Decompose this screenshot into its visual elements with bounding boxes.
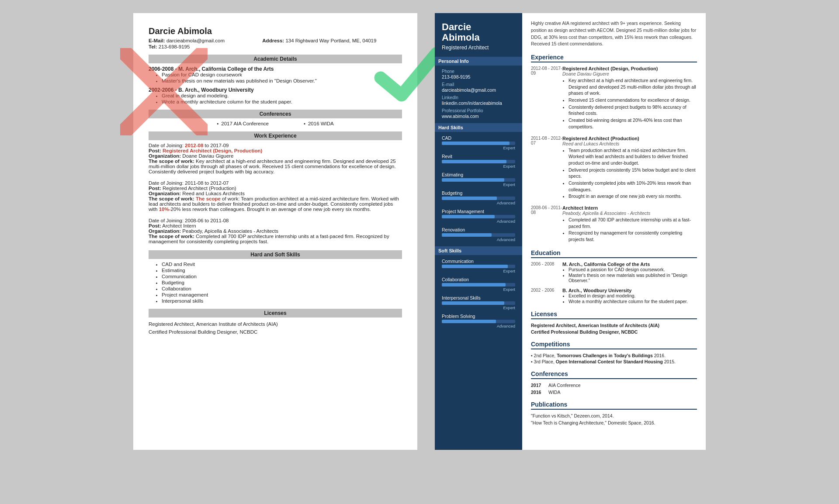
email-block: E-mail darcieabimola@gmail.com (442, 82, 515, 93)
skill-name: Problem Solving (442, 314, 515, 319)
sidebar-email-label: E-mail (442, 82, 515, 87)
skill-fill (442, 301, 504, 305)
skill-bar: Estimating Expert (442, 172, 515, 187)
skill-level: Advanced (442, 219, 515, 224)
work-header: Work Experience (149, 131, 402, 140)
skill-bar: Collaboration Expert (442, 277, 515, 292)
left-address: 134 Rightward Way Portland, ME, 04019 (285, 38, 376, 43)
conferences-title: Conferences (531, 370, 697, 379)
work-entry-1: Date of Joining: 2012-08 to 2017-09 Post… (149, 143, 402, 174)
skill-fill (442, 265, 508, 268)
skill-fill (442, 283, 506, 287)
main-content: Highly creative AIA registered architect… (522, 13, 706, 450)
list-item: Project management (162, 292, 402, 297)
conf-1: • 2017 AIA Conference (217, 121, 269, 126)
work-2-org: Organization: Reed and Lukacs Architects (149, 191, 402, 196)
edu-degree: B. Arch., Woodbury University (562, 288, 688, 293)
work-1-scope: The scope of work: Key architect at a hi… (149, 159, 402, 174)
soft-skills-title: Soft Skills (435, 246, 522, 255)
skill-level: Expert (442, 269, 515, 273)
edu-bullets: Excelled in design and modeling.Wrote a … (562, 293, 688, 304)
skill-fill (442, 178, 504, 182)
skill-name: Estimating (442, 172, 515, 177)
list-item: Master's thesis on new materials was pub… (162, 78, 402, 83)
edu-bullets: Pursued a passion for CAD design coursew… (562, 267, 697, 283)
publications-list: "Function vs Kitsch," Dezeen.com, 2014."… (531, 413, 697, 425)
skill-fill (442, 142, 510, 145)
edu-date: 2006 - 2008 (531, 262, 562, 283)
list-item: Recognized by management for consistentl… (569, 230, 697, 242)
skill-track (442, 178, 515, 182)
conferences-list: 2017AIA Conference2016WIDA (531, 383, 697, 395)
edu-body: M. Arch., California College of the Arts… (562, 262, 697, 283)
skill-level: Expert (442, 287, 515, 292)
skill-fill (442, 160, 506, 163)
list-item: Communication (162, 274, 402, 279)
comp-entry: • 3rd Place, Open International Contest … (531, 359, 697, 364)
conf-2: • 2016 WIDA (304, 121, 334, 126)
exp-date: 2008-06 - 2011-08 (531, 205, 562, 243)
exp-date: 2011-08 - 2012-07 (531, 136, 562, 200)
license-item: Registered Architect, American Institute… (531, 323, 697, 328)
linkedin-value: linkedin.com/in/darcieabimola (442, 100, 515, 106)
resume-left: Darcie Abimola E-Mail: darcieabmola@gmai… (133, 13, 417, 450)
phone-block: Phone 213-698-9195 (442, 69, 515, 79)
list-item: Completed all 700 IDP architecture inter… (569, 217, 697, 229)
edu-entry-2: 2002-2006 - B. Arch., Woodbury Universit… (149, 87, 402, 104)
work-1-date: Date of Joining: 2012-08 to 2017-09 (149, 143, 402, 148)
list-item: Passion for CAD design coursework (162, 72, 402, 77)
skill-fill (442, 233, 492, 237)
skill-name: CAD (442, 135, 515, 141)
skill-fill (442, 320, 496, 323)
work-entry-3: Date of Joining: 2008-06 to 2011-08 Post… (149, 218, 402, 244)
skill-track (442, 265, 515, 268)
edu-entry: 2006 - 2008 M. Arch., California College… (531, 262, 697, 283)
exp-company: Reed and Lukacs Architects (562, 141, 697, 146)
edu-entry: 2002 - 2006 B. Arch., Woodbury Universit… (531, 288, 697, 304)
skill-level: Advanced (442, 200, 515, 205)
portfolio-value: www.abimola.com (442, 114, 515, 119)
academic-header: Academic Details (149, 55, 402, 63)
list-item: Wrote a monthly architecture column for … (569, 299, 688, 304)
exp-role: Architect Intern (562, 205, 697, 211)
skill-track (442, 197, 515, 200)
exp-entry: 2008-06 - 2011-08 Architect Intern Peabo… (531, 205, 697, 243)
license-2: Certified Professional Building Designer… (149, 328, 402, 336)
left-email: darcieabmola@gmail.com (166, 38, 225, 43)
skill-name: Renovation (442, 227, 515, 232)
work-2-post: Post: Registered Architect (Production) (149, 186, 402, 191)
work-3-org: Organization: Peabody, Apicella & Associ… (149, 228, 402, 234)
left-name: Darcie Abimola (149, 26, 402, 36)
skill-name: Revit (442, 154, 515, 159)
edu-body: B. Arch., Woodbury University Excelled i… (562, 288, 688, 304)
comp-bold: Open International Contest for Standard … (556, 359, 663, 364)
list-item: Pursued a passion for CAD design coursew… (569, 267, 697, 272)
exp-date: 2012-08 - 2017-09 (531, 66, 562, 131)
linkedin-block: LinkedIn linkedin.com/in/darcieabimola (442, 95, 515, 106)
work-1-post: Post: Registered Architect (Design, Prod… (149, 148, 402, 153)
exp-company: Peabody, Apicella & Associates - Archite… (562, 211, 697, 216)
exp-bullets: Team production architect at a mid-sized… (562, 147, 697, 200)
publications-title: Publications (531, 401, 697, 410)
sidebar: Darcie Abimola Registered Architect Pers… (435, 13, 522, 450)
list-item: Budgeting (162, 280, 402, 285)
list-item: Team production architect at a mid-sized… (569, 147, 697, 166)
conf-year: 2017 (531, 383, 548, 388)
experience-list: 2012-08 - 2017-09 Registered Architect (… (531, 66, 697, 243)
skill-bar: Budgeting Advanced (442, 190, 515, 205)
skill-name: Collaboration (442, 277, 515, 282)
summary: Highly creative AIA registered architect… (531, 20, 697, 48)
exp-body: Architect Intern Peabody, Apicella & Ass… (562, 205, 697, 243)
publications-section: Publications "Function vs Kitsch," Dezee… (531, 401, 697, 425)
skill-level: Advanced (442, 324, 515, 328)
skills-list: CAD and Revit Estimating Communication B… (149, 262, 402, 304)
list-item: Great in design and modeling. (162, 93, 402, 98)
sidebar-title: Registered Architect (442, 45, 515, 51)
work-entry-2: Date of Joining: 2011-08 to 2012-07 Post… (149, 180, 402, 212)
hard-skills-bars: CAD Expert Revit Expert Estimating Exper… (442, 135, 515, 242)
experience-section: Experience 2012-08 - 2017-09 Registered … (531, 54, 697, 243)
phone-value: 213-698-9195 (442, 74, 515, 79)
list-item: Created bid-winning designs at 20%-40% l… (569, 117, 697, 130)
work-3-scope: The scope of work: Completed all 700 IDP… (149, 234, 402, 244)
exp-body: Registered Architect (Design, Production… (562, 66, 697, 131)
